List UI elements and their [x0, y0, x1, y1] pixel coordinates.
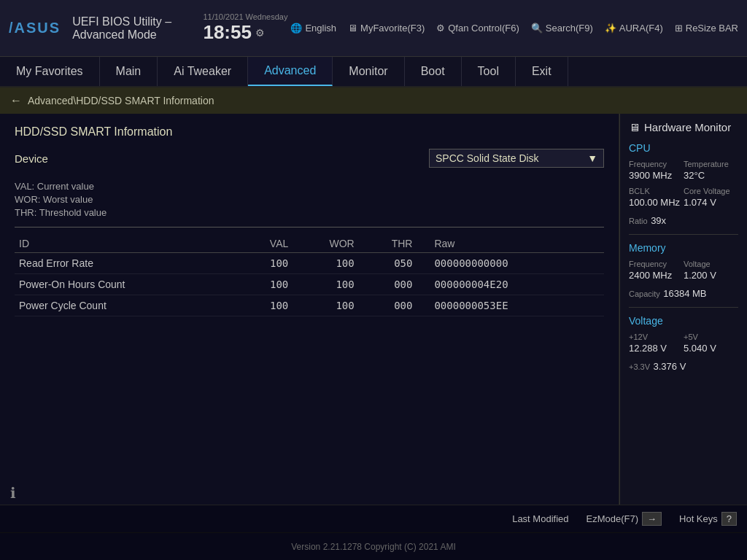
hot-keys-button[interactable]: Hot Keys ? [679, 512, 737, 526]
cpu-mem-divider [629, 234, 738, 235]
cpu-corevolt-label: Core Voltage [684, 187, 738, 195]
mem-volt-divider [629, 307, 738, 308]
mem-freq-value: 2400 MHz [629, 270, 684, 281]
ez-mode-arrow: → [642, 512, 662, 526]
device-value: SPCC Solid State Disk [436, 152, 539, 164]
voltage-section-title: Voltage [629, 315, 738, 327]
table-divider [15, 227, 604, 228]
mem-freq-col: Frequency 2400 MHz [629, 260, 684, 281]
language-button[interactable]: 🌐 English [290, 23, 336, 34]
aura-icon: ✨ [605, 23, 616, 34]
cpu-freq-temp-row: Frequency 3900 MHz Temperature 32°C [629, 160, 738, 181]
table-row: Power-On Hours Count 100 100 000 0000000… [15, 274, 604, 295]
cpu-freq-value: 3900 MHz [629, 170, 684, 181]
volt-33-label: +3.3V [629, 362, 650, 371]
resize-icon: ⊞ [675, 23, 683, 34]
cpu-ratio-label: Ratio [629, 217, 648, 225]
legend-wor: WOR: Worst value [15, 194, 604, 205]
fan-icon: ⚙ [436, 23, 445, 34]
cpu-corevolt-col: Core Voltage 1.074 V [684, 187, 738, 208]
mem-volt-col: Voltage 1.200 V [684, 260, 738, 281]
mem-freq-label: Frequency [629, 260, 684, 268]
cpu-temp-value: 32°C [684, 170, 738, 181]
breadcrumb-bar: ← Advanced\HDD/SSD SMART Information [0, 88, 747, 114]
nav-item-ai-tweaker[interactable]: Ai Tweaker [158, 57, 248, 86]
cpu-ratio-value: 39x [651, 215, 666, 226]
nav-item-advanced[interactable]: Advanced [248, 57, 333, 86]
memory-section-title: Memory [629, 242, 738, 254]
cpu-corevolt-value: 1.074 V [684, 197, 738, 208]
gear-icon[interactable]: ⚙ [255, 27, 265, 39]
smart-thr: 000 [359, 295, 417, 316]
smart-raw: 000000004E20 [417, 274, 604, 295]
section-title: HDD/SSD SMART Information [15, 125, 604, 139]
smart-wor: 100 [293, 253, 358, 274]
mem-capacity-row: Capacity 16384 MB [629, 287, 738, 300]
nav-item-main[interactable]: Main [100, 57, 158, 86]
hardware-monitor-panel: 🖥 Hardware Monitor CPU Frequency 3900 MH… [619, 114, 747, 505]
volt-5-value: 5.040 V [684, 343, 738, 354]
volt-5-col: +5V 5.040 V [684, 332, 738, 354]
main-content: HDD/SSD SMART Information Device SPCC So… [0, 114, 747, 505]
col-raw: Raw [417, 235, 604, 253]
asus-logo: /ASUS [9, 20, 61, 36]
smart-id: Power Cycle Count [15, 295, 239, 316]
cpu-ratio-row: Ratio 39x [629, 214, 738, 227]
smart-val: 100 [239, 253, 293, 274]
col-val: VAL [239, 235, 293, 253]
volt-12-label: +12V [629, 332, 684, 341]
smart-wor: 100 [293, 295, 358, 316]
monitor-icon: 🖥 [348, 23, 357, 34]
mem-capacity-label: Capacity [629, 289, 660, 298]
cpu-bclk-label: BCLK [629, 187, 684, 195]
nav-item-my-favorites[interactable]: My Favorites [0, 57, 100, 86]
navbar: My FavoritesMainAi TweakerAdvancedMonito… [0, 57, 747, 88]
cpu-bclk-col: BCLK 100.00 MHz [629, 187, 684, 208]
myfavorite-button[interactable]: 🖥 MyFavorite(F3) [348, 23, 425, 34]
device-dropdown[interactable]: SPCC Solid State Disk ▼ [429, 149, 604, 168]
col-wor: WOR [293, 235, 358, 253]
search-button[interactable]: 🔍 Search(F9) [531, 23, 593, 34]
nav-item-exit[interactable]: Exit [516, 57, 568, 86]
back-arrow-icon[interactable]: ← [10, 94, 22, 107]
hot-keys-icon: ? [721, 512, 737, 526]
time-display: 18:55 [203, 21, 252, 44]
info-icon[interactable]: ℹ [10, 484, 16, 502]
device-label: Device [15, 152, 88, 165]
col-thr: THR [359, 235, 417, 253]
smart-id: Read Error Rate [15, 253, 239, 274]
smart-val: 100 [239, 295, 293, 316]
volt-12-col: +12V 12.288 V [629, 332, 684, 354]
date-display: 11/10/2021 Wednesday [203, 12, 287, 21]
volt-5-label: +5V [684, 332, 738, 341]
aura-button[interactable]: ✨ AURA(F4) [605, 23, 663, 34]
volt-33-value: 3.376 V [654, 361, 686, 372]
nav-item-tool[interactable]: Tool [462, 57, 516, 86]
nav-item-monitor[interactable]: Monitor [333, 57, 404, 86]
device-row: Device SPCC Solid State Disk ▼ [15, 149, 604, 168]
table-row: Power Cycle Count 100 100 000 0000000053… [15, 295, 604, 316]
last-modified-button[interactable]: Last Modified [512, 513, 568, 524]
smart-table: ID VAL WOR THR Raw Read Error Rate 100 1… [15, 235, 604, 316]
bios-title: UEFI BIOS Utility – Advanced Mode [72, 15, 190, 42]
cpu-section-title: CPU [629, 142, 738, 154]
mem-volt-value: 1.200 V [684, 270, 738, 281]
cpu-bclk-value: 100.00 MHz [629, 197, 684, 208]
time-row: 18:55 ⚙ [203, 21, 265, 44]
chevron-down-icon: ▼ [587, 152, 597, 164]
volt-33-row: +3.3V 3.376 V [629, 359, 738, 373]
ez-mode-button[interactable]: EzMode(F7) → [586, 512, 662, 526]
qfan-button[interactable]: ⚙ Qfan Control(F6) [436, 23, 519, 34]
legend-thr: THR: Threshold value [15, 207, 604, 218]
smart-wor: 100 [293, 274, 358, 295]
smart-table-body: Read Error Rate 100 100 050 000000000000… [15, 253, 604, 316]
hw-monitor-title: 🖥 Hardware Monitor [629, 121, 738, 133]
version-text: Version 2.21.1278 Copyright (C) 2021 AMI [291, 542, 455, 552]
legend-area: VAL: Current value WOR: Worst value THR:… [15, 181, 604, 218]
nav-item-boot[interactable]: Boot [405, 57, 462, 86]
smart-id: Power-On Hours Count [15, 274, 239, 295]
resizebar-button[interactable]: ⊞ ReSize BAR [675, 23, 738, 34]
mem-capacity-value: 16384 MB [663, 288, 706, 299]
smart-thr: 050 [359, 253, 417, 274]
mem-freq-volt-row: Frequency 2400 MHz Voltage 1.200 V [629, 260, 738, 281]
